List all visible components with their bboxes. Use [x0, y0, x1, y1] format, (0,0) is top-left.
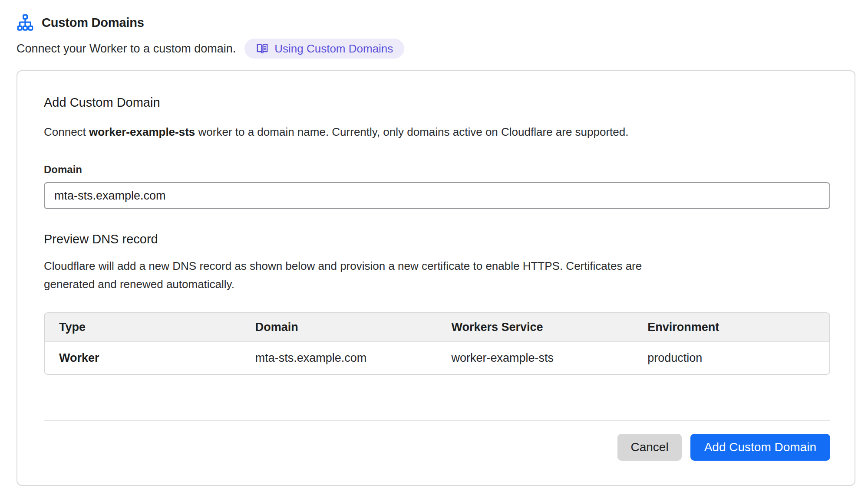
intro-suffix: worker to a domain name. Currently, only…	[195, 125, 628, 138]
cell-type: Worker	[45, 351, 241, 365]
column-header-environment: Environment	[633, 321, 829, 334]
page-subtitle: Connect your Worker to a custom domain.	[17, 42, 236, 56]
cell-domain: mta-sts.example.com	[241, 351, 437, 365]
docs-link-badge[interactable]: Using Custom Domains	[244, 39, 404, 59]
docs-link-label: Using Custom Domains	[274, 42, 393, 56]
preview-dns-description: Cloudflare will add a new DNS record as …	[44, 257, 682, 293]
cancel-button[interactable]: Cancel	[617, 434, 681, 461]
add-custom-domain-card: Add Custom Domain Connect worker-example…	[17, 70, 855, 486]
page-subheader: Connect your Worker to a custom domain. …	[17, 38, 851, 59]
table-header-row: Type Domain Workers Service Environment	[45, 313, 829, 342]
domain-field-label: Domain	[44, 163, 828, 176]
page-header: Custom Domains	[17, 13, 851, 32]
table-row: Worker mta-sts.example.com worker-exampl…	[45, 342, 829, 374]
intro-prefix: Connect	[44, 125, 89, 138]
card-intro: Connect worker-example-sts worker to a d…	[44, 123, 828, 141]
sitemap-icon	[17, 14, 34, 31]
add-custom-domain-button[interactable]: Add Custom Domain	[690, 434, 830, 461]
book-open-icon	[256, 42, 269, 55]
column-header-workers-service: Workers Service	[437, 321, 634, 334]
dns-preview-table: Type Domain Workers Service Environment …	[44, 312, 830, 375]
preview-dns-title: Preview DNS record	[44, 231, 828, 247]
column-header-domain: Domain	[241, 321, 437, 334]
column-header-type: Type	[45, 321, 241, 334]
footer-divider	[44, 420, 830, 421]
cell-environment: production	[633, 351, 829, 365]
domain-input[interactable]	[44, 182, 830, 209]
cell-workers-service: worker-example-sts	[437, 351, 634, 365]
card-title: Add Custom Domain	[44, 95, 828, 110]
card-actions: Cancel Add Custom Domain	[44, 434, 830, 461]
worker-name: worker-example-sts	[89, 125, 195, 138]
page-title: Custom Domains	[42, 16, 144, 30]
